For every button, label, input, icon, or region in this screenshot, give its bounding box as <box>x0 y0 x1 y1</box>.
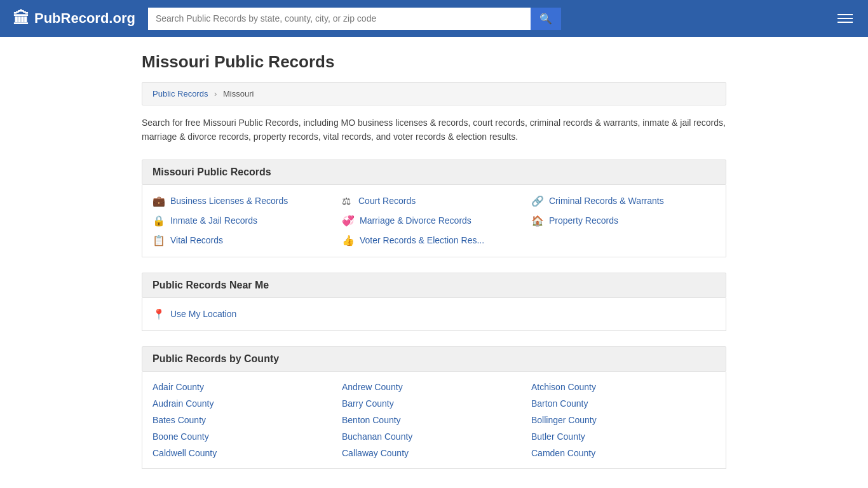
record-label: Court Records <box>358 196 416 206</box>
record-icon: 📋 <box>153 234 165 247</box>
record-label: Property Records <box>549 215 618 226</box>
site-logo[interactable]: 🏛 PubRecord.org <box>13 9 135 29</box>
county-grid: Adair CountyAndrew CountyAtchison County… <box>153 382 715 458</box>
search-container: 🔍 <box>148 8 561 30</box>
logo-icon: 🏛 <box>13 9 29 29</box>
county-item[interactable]: Atchison County <box>531 382 715 392</box>
location-icon: 📍 <box>153 308 165 320</box>
main-content: Missouri Public Records Public Records ›… <box>129 37 739 488</box>
record-icon: 🔗 <box>531 195 544 207</box>
county-item[interactable]: Buchanan County <box>342 431 526 442</box>
menu-button[interactable] <box>835 11 855 25</box>
county-item[interactable]: Boone County <box>153 431 337 442</box>
record-item[interactable]: ⚖Court Records <box>342 195 526 207</box>
record-item[interactable]: 🔗Criminal Records & Warrants <box>531 195 715 207</box>
record-item[interactable]: 📋Vital Records <box>153 234 337 247</box>
page-title: Missouri Public Records <box>142 52 726 72</box>
record-icon: 💞 <box>342 215 355 227</box>
records-section: Missouri Public Records 💼Business Licens… <box>142 159 726 257</box>
county-item[interactable]: Bates County <box>153 415 337 425</box>
record-item[interactable]: 💞Marriage & Divorce Records <box>342 215 526 227</box>
county-section-heading: Public Records by County <box>142 346 726 372</box>
county-item[interactable]: Caldwell County <box>153 448 337 458</box>
county-section: Public Records by County Adair CountyAnd… <box>142 346 726 469</box>
use-my-location-label: Use My Location <box>170 309 236 319</box>
menu-bar-3 <box>837 22 853 23</box>
menu-bar-2 <box>837 18 853 19</box>
search-icon: 🔍 <box>539 13 552 24</box>
county-item[interactable]: Callaway County <box>342 448 526 458</box>
county-item[interactable]: Barry County <box>342 398 526 409</box>
county-item[interactable]: Barton County <box>531 398 715 409</box>
breadcrumb-current: Missouri <box>223 89 254 98</box>
near-me-section-heading: Public Records Near Me <box>142 273 726 298</box>
county-section-body: Adair CountyAndrew CountyAtchison County… <box>142 372 726 469</box>
record-label: Marriage & Divorce Records <box>360 215 471 226</box>
record-icon: 🏠 <box>531 215 544 227</box>
county-item[interactable]: Benton County <box>342 415 526 425</box>
site-header: 🏛 PubRecord.org 🔍 <box>0 0 868 37</box>
search-button[interactable]: 🔍 <box>531 8 561 30</box>
records-section-heading: Missouri Public Records <box>142 159 726 185</box>
record-icon: ⚖ <box>342 195 353 207</box>
breadcrumb-home[interactable]: Public Records <box>153 89 208 98</box>
record-item[interactable]: 💼Business Licenses & Records <box>153 195 337 207</box>
county-item[interactable]: Adair County <box>153 382 337 392</box>
near-me-section-body: 📍 Use My Location <box>142 298 726 331</box>
logo-text: PubRecord.org <box>34 10 135 27</box>
near-me-section: Public Records Near Me 📍 Use My Location <box>142 273 726 331</box>
use-my-location[interactable]: 📍 Use My Location <box>153 308 715 320</box>
county-item[interactable]: Andrew County <box>342 382 526 392</box>
county-item[interactable]: Audrain County <box>153 398 337 409</box>
record-icon: 👍 <box>342 234 355 247</box>
county-item[interactable]: Camden County <box>531 448 715 458</box>
records-grid: 💼Business Licenses & Records⚖Court Recor… <box>153 195 715 247</box>
record-item[interactable]: 👍Voter Records & Election Res... <box>342 234 526 247</box>
county-item[interactable]: Butler County <box>531 431 715 442</box>
breadcrumb: Public Records › Missouri <box>142 82 726 105</box>
record-label: Voter Records & Election Res... <box>360 235 484 245</box>
record-label: Vital Records <box>170 235 223 245</box>
record-icon: 🔒 <box>153 215 165 227</box>
record-label: Inmate & Jail Records <box>170 215 257 226</box>
menu-bar-1 <box>837 14 853 15</box>
record-item[interactable]: 🔒Inmate & Jail Records <box>153 215 337 227</box>
record-item[interactable]: 🏠Property Records <box>531 215 715 227</box>
record-label: Criminal Records & Warrants <box>549 196 664 206</box>
county-item[interactable]: Bollinger County <box>531 415 715 425</box>
search-input[interactable] <box>148 8 531 30</box>
record-icon: 💼 <box>153 195 165 207</box>
records-section-body: 💼Business Licenses & Records⚖Court Recor… <box>142 185 726 257</box>
record-label: Business Licenses & Records <box>170 196 288 206</box>
page-description: Search for free Missouri Public Records,… <box>142 116 726 144</box>
breadcrumb-separator: › <box>214 89 217 98</box>
